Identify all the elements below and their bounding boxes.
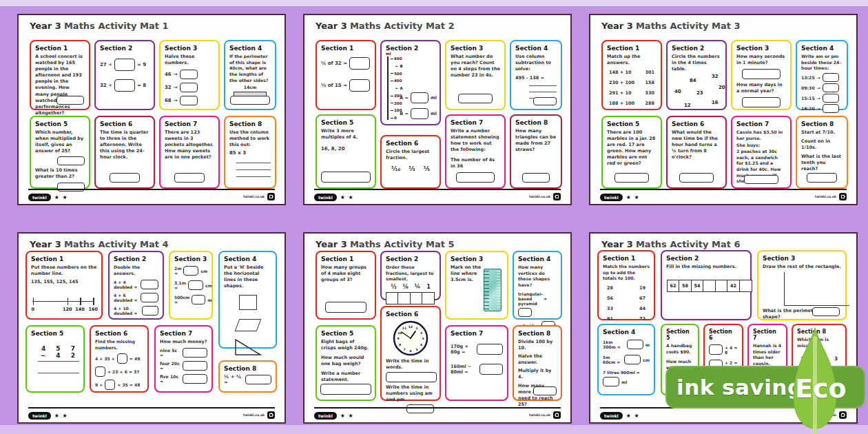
answer-box[interactable] — [56, 96, 84, 105]
answer-box[interactable] — [230, 96, 270, 105]
answer-box[interactable] — [823, 83, 839, 92]
answer-box[interactable] — [823, 73, 839, 82]
answer-box[interactable] — [477, 344, 503, 355]
number[interactable]: 23 — [696, 90, 703, 96]
answer-box[interactable] — [744, 175, 778, 184]
answer-box[interactable] — [188, 280, 203, 290]
order-cell[interactable] — [410, 292, 423, 304]
answer-box[interactable] — [183, 266, 198, 276]
number[interactable]: 84 — [690, 78, 696, 83]
answer-box[interactable] — [114, 59, 135, 71]
fraction: ¼ — [415, 284, 420, 290]
answer-box[interactable] — [614, 173, 649, 183]
answer-box[interactable] — [183, 374, 207, 384]
answer-box[interactable] — [320, 384, 371, 395]
match-item[interactable]: 330 — [645, 90, 654, 96]
answer-box[interactable] — [807, 173, 837, 183]
match-item[interactable]: 44 — [639, 306, 645, 312]
answer-box[interactable] — [142, 306, 158, 316]
match-item[interactable]: 288 — [645, 101, 654, 107]
match-item[interactable]: 81 — [607, 316, 613, 322]
match-item[interactable]: 19 — [639, 285, 645, 291]
match-item[interactable]: 72 — [639, 316, 645, 322]
number[interactable]: 20 — [719, 85, 725, 90]
fraction[interactable]: ⅓ — [409, 165, 415, 172]
order-cell[interactable] — [386, 292, 399, 304]
answer-box[interactable] — [174, 173, 205, 183]
match-item[interactable]: 148 + 10 — [609, 70, 634, 76]
answer-box[interactable] — [349, 79, 370, 92]
answer-box[interactable] — [812, 307, 840, 316]
answer-box[interactable] — [105, 380, 115, 390]
answer-box[interactable] — [141, 293, 158, 302]
answer-box[interactable] — [110, 173, 140, 183]
column-subtraction[interactable]: 4 5 7 − 4 2 — [38, 345, 79, 373]
number[interactable]: 12 — [684, 103, 691, 108]
sequence-cell[interactable]: 58 — [679, 280, 692, 292]
answer-box[interactable] — [458, 94, 493, 103]
match-item[interactable]: 230 + 100 — [609, 80, 634, 86]
answer-box[interactable] — [180, 70, 198, 79]
answer-box[interactable] — [180, 83, 198, 92]
number[interactable]: 40 — [674, 89, 681, 94]
answer-box[interactable] — [325, 302, 366, 313]
answer-box[interactable] — [709, 344, 723, 355]
match-item[interactable]: 158 — [645, 80, 654, 86]
parallelogram-shape[interactable] — [234, 319, 261, 331]
number[interactable]: 16 — [712, 100, 719, 105]
answer-box[interactable] — [141, 280, 158, 289]
answer-box[interactable] — [117, 353, 127, 364]
answer-box[interactable] — [386, 372, 437, 382]
match-item[interactable]: 291 + 10 — [609, 90, 634, 96]
answer-box[interactable] — [742, 69, 781, 79]
answer-box[interactable] — [627, 340, 643, 349]
sequence-cell[interactable]: 54 — [691, 280, 704, 292]
answer-box[interactable] — [114, 79, 135, 92]
answer-box[interactable] — [192, 295, 205, 304]
answer-box[interactable] — [679, 173, 714, 183]
sequence-cell[interactable] — [715, 280, 728, 292]
match-item[interactable]: 33 — [607, 306, 613, 312]
number-line[interactable]: 0 120 140 160 — [31, 296, 97, 313]
answer-box[interactable] — [349, 57, 370, 70]
order-cell[interactable] — [422, 292, 435, 304]
sequence-cell[interactable] — [703, 280, 716, 292]
answer-box[interactable] — [518, 308, 532, 317]
match-item[interactable]: 301 — [645, 70, 654, 76]
sequence-cell[interactable]: 42 — [727, 280, 740, 292]
answer-box[interactable] — [411, 92, 428, 103]
match-item[interactable]: 67 — [639, 296, 645, 302]
triangle-shape[interactable] — [234, 338, 262, 356]
answer-box[interactable] — [603, 377, 619, 386]
answer-box[interactable] — [823, 94, 839, 103]
sequence-cell[interactable]: 62 — [667, 280, 680, 292]
answer-box[interactable] — [522, 173, 550, 183]
answer-box[interactable] — [823, 104, 839, 113]
answer-box[interactable] — [183, 361, 207, 371]
answer-box[interactable] — [321, 172, 371, 183]
answer-box[interactable] — [456, 172, 495, 183]
match-item[interactable]: 56 — [607, 296, 613, 302]
ruler-graphic[interactable] — [484, 269, 502, 311]
answer-box[interactable] — [742, 97, 781, 107]
partial-rectangle[interactable] — [784, 272, 849, 306]
answer-box[interactable] — [533, 97, 557, 105]
answer-box[interactable] — [479, 364, 503, 375]
answer-box[interactable] — [624, 355, 641, 364]
match-item[interactable]: 188 + 100 — [609, 101, 634, 107]
answer-box[interactable] — [245, 375, 271, 384]
answer-box[interactable] — [411, 108, 428, 119]
answer-box[interactable] — [183, 348, 207, 358]
answer-box[interactable] — [95, 366, 105, 377]
match-item[interactable]: 28 — [607, 285, 613, 291]
sequence-cell[interactable] — [739, 280, 752, 292]
order-cell[interactable] — [397, 292, 411, 304]
fraction[interactable]: ⅒ — [391, 165, 400, 172]
answer-box[interactable] — [533, 386, 557, 395]
square-shape[interactable] — [239, 295, 257, 310]
fraction[interactable]: ⅕ — [424, 165, 430, 172]
answer-box[interactable] — [406, 404, 434, 413]
number[interactable]: 32 — [712, 74, 719, 79]
answer-box[interactable] — [180, 96, 198, 105]
answer-box[interactable] — [57, 156, 85, 165]
